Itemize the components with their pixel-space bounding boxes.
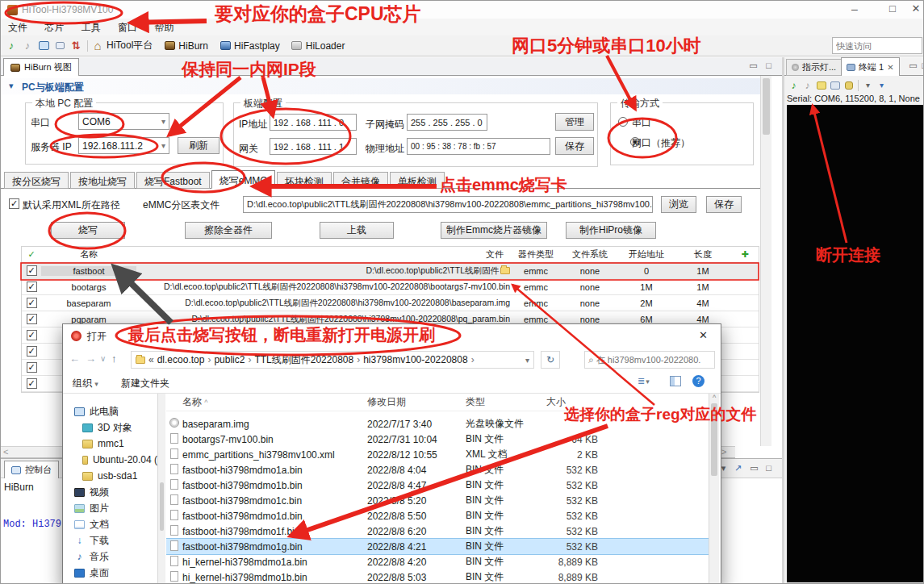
col-device-type[interactable]: 器件类型	[510, 248, 562, 261]
view-mode-icon[interactable]: ≣ ▾	[638, 376, 649, 386]
file-row[interactable]: fastboot-hi3798mdmo1f.bin2022/8/8 6:20BI…	[166, 524, 709, 539]
close-icon[interactable]: ✕	[908, 2, 924, 15]
col-file-system[interactable]: 文件系统	[562, 248, 618, 261]
toolbar-hiburn[interactable]: HiBurn	[178, 40, 208, 52]
organize-button[interactable]: 组织 ▾	[73, 377, 98, 390]
view-maximize-icon[interactable]: □	[763, 60, 775, 70]
row-checkbox[interactable]	[27, 330, 37, 340]
nav-history-icon[interactable]: ∨	[100, 354, 106, 363]
console-maximize-icon[interactable]: □	[763, 463, 775, 473]
file-scroll-up-icon[interactable]: ^	[709, 394, 719, 402]
file-col-date[interactable]: 修改日期	[367, 395, 466, 409]
row-checkbox[interactable]	[27, 362, 37, 373]
sidebar-item-music[interactable]: ♪音乐	[74, 549, 157, 565]
refresh-button[interactable]: 刷新	[178, 137, 220, 154]
file-row-selected[interactable]: fastboot-hi3798mdmo1g.bin2022/8/8 4:21BI…	[166, 539, 709, 554]
sidebar-item-usb-sda1[interactable]: usb-sda1	[74, 468, 157, 484]
terminal-connect-icon[interactable]: ♪	[787, 79, 801, 91]
nav-forward-icon[interactable]: →	[86, 352, 96, 365]
tab-hiburn-view[interactable]: HiBurn 视图	[3, 58, 79, 76]
sidebar-item-mmc1[interactable]: mmc1	[74, 436, 157, 452]
breadcrumb-segment[interactable]: public2	[214, 354, 245, 365]
col-name[interactable]: 名称	[41, 248, 136, 261]
quick-access-input[interactable]	[832, 37, 922, 54]
upload-button[interactable]: 上载	[320, 222, 394, 239]
breadcrumb-segment[interactable]: hi3798mv100-20220808	[363, 354, 467, 365]
table-row[interactable]: bootargs D:\dl.ecoo.top\public2\TTL线刷固件2…	[22, 279, 759, 295]
sidebar-item-documents[interactable]: 文档	[74, 516, 157, 532]
sidebar-scrollbar[interactable]	[157, 394, 165, 584]
sidebar-item-downloads[interactable]: ↓下载	[74, 532, 157, 549]
tab-burn-address[interactable]: 按地址烧写	[70, 172, 135, 189]
gateway-input[interactable]: 192 . 168 . 111 . 1	[270, 138, 357, 155]
breadcrumb[interactable]: « dl.ecoo.top› public2› TTL线刷固件20220808›…	[131, 351, 534, 369]
server-ip-combo-arrow-icon[interactable]: ▾	[161, 141, 165, 150]
help-icon[interactable]: ?	[692, 375, 704, 387]
console-minimize-icon[interactable]: ▭	[748, 463, 760, 473]
sidebar-item-desktop[interactable]: 桌面	[74, 565, 157, 581]
tab-console[interactable]: 控制台	[4, 461, 59, 478]
menu-help[interactable]: 帮助	[147, 19, 181, 37]
file-row[interactable]: fastboot-hi3798mdmo1b.bin2022/8/8 4:47BI…	[166, 478, 709, 493]
row-checkbox[interactable]	[27, 314, 37, 324]
tab-indicator-lights[interactable]: 指示灯...	[786, 59, 842, 76]
file-col-type[interactable]: 类型	[466, 395, 546, 409]
transfer-serial-radio[interactable]	[618, 117, 628, 127]
preview-pane-icon[interactable]	[670, 376, 681, 386]
make-emmc-image-button[interactable]: 制作Emmc烧片器镜像	[441, 222, 547, 239]
tab-burn-fastboot[interactable]: 烧写Fastboot	[136, 172, 210, 189]
manage-button[interactable]: 管理	[555, 113, 594, 131]
subnet-input[interactable]: 255 . 255 . 255 . 0	[407, 114, 487, 131]
file-row[interactable]: emmc_partitions_hi3798mv100.xml2022/8/12…	[166, 447, 709, 462]
refresh-icon[interactable]: ↻	[541, 351, 560, 369]
tab-burn-emmc[interactable]: 烧写eMMC	[211, 170, 275, 189]
menu-window[interactable]: 窗口	[111, 19, 144, 37]
terminal-maximize-icon[interactable]: □	[918, 60, 924, 70]
file-row[interactable]: bootargs7-mv100.bin2022/7/31 10:04BIN 文件…	[166, 432, 709, 447]
erase-all-button[interactable]: 擦除全器件	[185, 222, 272, 239]
minimize-icon[interactable]: –	[842, 2, 867, 15]
menu-chip[interactable]: 芯片	[37, 19, 71, 37]
terminal-plug-menu-icon[interactable]: ▾	[861, 79, 875, 91]
breadcrumb-segment[interactable]: dl.ecoo.top	[157, 354, 205, 365]
server-ip-combo[interactable]: 192.168.111.2 ▾	[78, 137, 169, 154]
scroll-right-icon[interactable]: >	[721, 447, 726, 457]
board-save-button[interactable]: 保存	[555, 137, 594, 155]
scroll-left-icon[interactable]: <	[3, 447, 8, 457]
nav-up-icon[interactable]: ↑	[111, 352, 117, 365]
terminal-screen[interactable]	[787, 105, 924, 582]
tab-board-check[interactable]: 单板检测	[390, 172, 445, 189]
col-file[interactable]: 文件	[136, 248, 510, 261]
dialog-search-input[interactable]	[596, 355, 701, 365]
file-row[interactable]: hi_kernel-hi3798mdmo1a.bin2022/8/8 4:20B…	[166, 554, 709, 569]
col-length[interactable]: 长度	[675, 248, 731, 261]
transfer-updown-icon[interactable]: ⇅	[69, 39, 83, 52]
terminal-disconnect-icon[interactable]: ♪	[801, 79, 814, 91]
make-hipro-image-button[interactable]: 制作HiPro镜像	[566, 222, 656, 239]
menu-file[interactable]: 文件	[1, 19, 35, 37]
partition-table-path-input[interactable]: D:\dl.ecoo.top\public2\TTL线刷固件20220808\h…	[243, 196, 653, 213]
terminal-lock-icon[interactable]	[842, 79, 855, 91]
disconnect-icon[interactable]: ♪	[20, 39, 35, 52]
pc-edit-icon[interactable]	[36, 39, 51, 52]
transfer-serial-label[interactable]: 串口	[632, 116, 651, 130]
tab-terminal-1[interactable]: 终端 1 ✕	[841, 57, 900, 76]
serial-combo[interactable]: COM6 ▾	[78, 113, 169, 130]
view-minimize-icon[interactable]: ▭	[747, 60, 759, 71]
xml-save-button[interactable]: 保存	[706, 196, 742, 213]
row-file-folder-icon[interactable]	[500, 267, 510, 274]
mac-input[interactable]: 00 : 95 : 38 : 78 : fb : 57	[407, 138, 550, 155]
row-checkbox[interactable]	[27, 282, 37, 292]
console-export-icon[interactable]: ↗	[732, 463, 744, 473]
terminal-new-menu-icon[interactable]: ▾	[875, 79, 888, 91]
row-checkbox[interactable]	[27, 265, 37, 276]
file-row[interactable]: fastboot-hi3798mdmo1d.bin2022/8/8 5:50BI…	[166, 508, 709, 524]
row-checkbox[interactable]	[27, 298, 37, 308]
terminal-settings-icon[interactable]	[814, 79, 828, 91]
sidebar-item-3d-objects[interactable]: 3D 对象	[74, 419, 157, 436]
transfer-network-label[interactable]: 网口（推荐）	[632, 136, 690, 150]
terminal-tab-close-icon[interactable]: ✕	[887, 63, 893, 72]
add-row-icon[interactable]: ✚	[731, 249, 759, 260]
dialog-search-box[interactable]: ⌕	[584, 351, 715, 369]
sidebar-item-pictures[interactable]: 图片	[74, 500, 157, 516]
